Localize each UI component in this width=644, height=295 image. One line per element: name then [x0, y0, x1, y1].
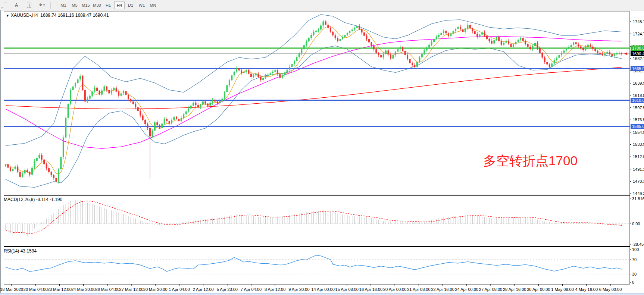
toolbar-drag-handle-icon[interactable] [54, 2, 56, 9]
window-bottom-strip [0, 293, 644, 295]
annotate-button[interactable]: A [10, 1, 22, 9]
timeframe-group: M1M5M15M30H1H4D1W1MN [58, 1, 158, 9]
timeframe-button-m30[interactable]: M30 [92, 1, 102, 9]
shapes-icon: ❖ [39, 3, 43, 7]
mt4-window: { "toolbar": { "grip_label": "F", "annot… [0, 0, 644, 295]
timeframe-button-mn[interactable]: MN [148, 1, 158, 9]
text-label-button[interactable]: T [23, 1, 35, 9]
shapes-button[interactable]: ❖ ▾ [36, 1, 48, 9]
timeframe-button-w1[interactable]: W1 [137, 1, 147, 9]
chevron-down-icon: ▾ [43, 3, 45, 7]
toolbar-separator [50, 2, 51, 9]
timeframe-button-d1[interactable]: D1 [125, 1, 136, 9]
timeframe-button-h1[interactable]: H1 [103, 1, 113, 9]
chart-canvas[interactable] [1, 10, 644, 293]
timeframe-button-m1[interactable]: M1 [58, 1, 69, 9]
timeframe-button-m15[interactable]: M15 [81, 1, 91, 9]
chart-window: ▼XAUUSD-,H4 1689.74 1691.16 1689.47 1690… [0, 10, 644, 293]
toolbar-drag-handle-icon[interactable]: F [1, 2, 7, 8]
timeframe-button-m5[interactable]: M5 [69, 1, 80, 9]
timeframe-button-h4[interactable]: H4 [114, 1, 125, 9]
toolbar: F A T ❖ ▾ M1M5M15M30H1H4D1W1MN [0, 0, 644, 10]
